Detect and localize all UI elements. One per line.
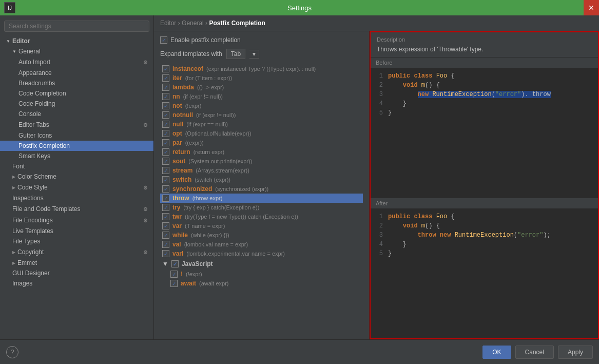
cb-lambda[interactable] (162, 84, 169, 91)
template-val[interactable]: val (lombok.val name = expr) (160, 240, 363, 249)
sidebar-item-appearance[interactable]: Appearance (0, 68, 153, 78)
sidebar-item-file-types[interactable]: File Types (0, 236, 153, 246)
cb-switch[interactable] (162, 176, 169, 183)
template-try[interactable]: try (try { exp } catch(Exception e)) (160, 203, 363, 212)
template-throw[interactable]: throw (throw expr) (160, 194, 363, 203)
sidebar-label-emmet: Emmet (17, 259, 149, 266)
cb-instanceof[interactable] (162, 65, 169, 72)
help-button[interactable]: ? (6, 346, 18, 358)
before-line-3: 3 new RuntimeException("error"). throw (375, 90, 594, 99)
template-opt[interactable]: opt (Optional.ofNullable(expr)) (160, 129, 363, 138)
sidebar-item-auto-import[interactable]: Auto Import ⚙ (0, 56, 153, 68)
sidebar-item-smart-keys[interactable]: Smart Keys (0, 151, 153, 161)
breadcrumb: Editor › General › Postfix Completion (154, 15, 599, 31)
sidebar-item-postfix-completion[interactable]: Postfix Completion (0, 141, 153, 151)
sidebar-item-copyright[interactable]: ▶ Copyright ⚙ (0, 246, 153, 258)
footer: ? OK Cancel Apply (0, 339, 599, 364)
sidebar-label-file-code-templates: File and Code Templates (12, 205, 139, 213)
search-input[interactable] (4, 21, 149, 32)
sidebar-item-live-templates[interactable]: Live Templates (0, 226, 153, 236)
sidebar-item-code-style[interactable]: ▶ Code Style ⚙ (0, 182, 153, 193)
template-stream[interactable]: stream (Arrays.stream(expr)) (160, 166, 363, 175)
cb-twr[interactable] (162, 213, 169, 220)
cb-var[interactable] (162, 222, 169, 229)
cb-par[interactable] (162, 139, 169, 146)
ok-button[interactable]: OK (482, 346, 511, 359)
sidebar-item-inspections[interactable]: Inspections (0, 193, 153, 203)
before-panel: Before 1 public class Foo { 2 void m() { (371, 58, 598, 198)
expand-label: Expand templates with (160, 50, 222, 58)
before-line-5: 5 } (375, 108, 594, 118)
description-panel: Description Throws expression of 'Throwa… (371, 32, 598, 58)
sidebar-item-console[interactable]: Console (0, 109, 153, 119)
sidebar-item-code-folding[interactable]: Code Folding (0, 99, 153, 109)
close-button[interactable]: ✕ (584, 0, 599, 15)
title-bar: IJ Settings ✕ (0, 0, 599, 15)
template-var[interactable]: var (T name = expr) (160, 221, 363, 231)
template-switch[interactable]: switch (switch (expr)) (160, 175, 363, 184)
cb-return[interactable] (162, 148, 169, 156)
template-while[interactable]: while (while (expr) {}) (160, 231, 363, 240)
sidebar-item-color-scheme[interactable]: ▶ Color Scheme (0, 171, 153, 182)
sidebar-item-file-code-templates[interactable]: File and Code Templates ⚙ (0, 203, 153, 215)
sidebar-label-editor-tabs: Editor Tabs (18, 121, 139, 128)
sidebar-item-font[interactable]: Font (0, 161, 153, 171)
cb-nn[interactable] (162, 93, 169, 100)
template-not[interactable]: not (!expr) (160, 101, 363, 110)
expand-dropdown-arrow[interactable]: ▼ (249, 50, 259, 59)
template-excl[interactable]: ! (!expr) (160, 270, 363, 279)
app-icon: IJ (4, 2, 15, 13)
sidebar-label-file-encodings: File Encodings (12, 217, 139, 224)
cb-sout[interactable] (162, 158, 169, 165)
cb-try[interactable] (162, 204, 169, 211)
cb-val[interactable] (162, 241, 169, 248)
cb-excl[interactable] (170, 271, 178, 278)
cb-null[interactable] (162, 121, 169, 128)
cb-not[interactable] (162, 102, 169, 109)
template-return[interactable]: return (return expr) (160, 147, 363, 157)
template-twr[interactable]: twr (try(Type f = new Type()) catch (Exc… (160, 212, 363, 221)
after-line-5: 5 } (375, 249, 594, 258)
sidebar-item-images[interactable]: Images (0, 278, 153, 289)
template-await[interactable]: await (await expr) (160, 279, 363, 288)
sidebar-item-general[interactable]: ▼ General (0, 46, 153, 56)
template-synchronized[interactable]: synchronized (synchronized (expr)) (160, 184, 363, 194)
cb-iter[interactable] (162, 74, 169, 82)
apply-button[interactable]: Apply (558, 346, 593, 359)
cb-await[interactable] (170, 280, 178, 287)
sidebar-item-file-encodings[interactable]: File Encodings ⚙ (0, 215, 153, 226)
expand-dropdown[interactable]: Tab (226, 49, 245, 59)
cb-varl[interactable] (162, 250, 169, 257)
template-varl[interactable]: varl (lombok.experimental.var name = exp… (160, 249, 363, 258)
sidebar-item-gutter-icons[interactable]: Gutter Icons (0, 130, 153, 141)
sidebar-item-code-completion[interactable]: Code Completion (0, 88, 153, 99)
template-nn[interactable]: nn (if (expr != null)) (160, 92, 363, 101)
cancel-button[interactable]: Cancel (515, 346, 554, 359)
sidebar-item-editor[interactable]: ▼ Editor (0, 36, 153, 46)
sidebar-item-gui-designer[interactable]: GUI Designer (0, 268, 153, 278)
cb-opt[interactable] (162, 130, 169, 137)
template-par[interactable]: par ((expr)) (160, 138, 363, 147)
sidebar-item-emmet[interactable]: ▶ Emmet (0, 258, 153, 268)
before-line-4: 4 } (375, 99, 594, 108)
triangle-js: ▼ (162, 260, 168, 267)
template-lambda[interactable]: lambda (() -> expr) (160, 83, 363, 92)
template-iter[interactable]: iter (for (T item : expr)) (160, 73, 363, 83)
settings-icon-copyright: ⚙ (141, 248, 149, 256)
cb-throw[interactable] (162, 195, 169, 202)
template-notnull[interactable]: notnull (if (expr != null)) (160, 110, 363, 120)
enable-checkbox[interactable] (160, 36, 167, 44)
cb-synchronized[interactable] (162, 185, 169, 193)
sidebar-item-editor-tabs[interactable]: Editor Tabs ⚙ (0, 119, 153, 130)
sidebar-item-breadcrumbs[interactable]: Breadcrumbs (0, 78, 153, 88)
template-null[interactable]: null (if (expr == null)) (160, 120, 363, 129)
cb-stream[interactable] (162, 167, 169, 174)
expand-icon-code-style: ▶ (12, 185, 15, 190)
cb-js-section[interactable] (171, 260, 179, 267)
cb-notnull[interactable] (162, 111, 169, 119)
expand-icon-emmet: ▶ (12, 261, 15, 265)
cb-while[interactable] (162, 232, 169, 239)
after-editor: 1 public class Foo { 2 void m() { 3 (371, 209, 598, 338)
template-instanceof[interactable]: instanceof (expr instanceof Type ? ((Typ… (160, 64, 363, 73)
template-sout[interactable]: sout (System.out.println(expr)) (160, 157, 363, 166)
